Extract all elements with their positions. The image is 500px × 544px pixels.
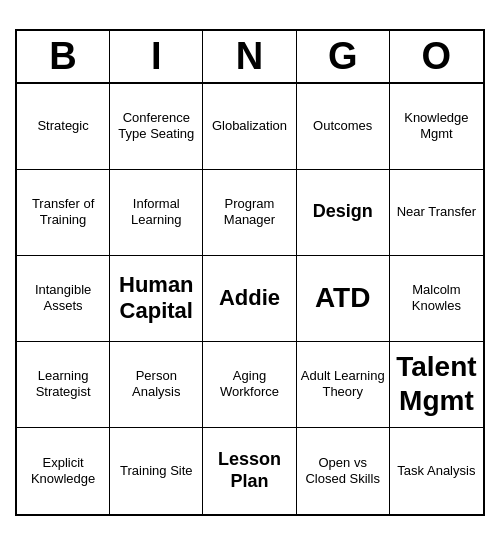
cell-text: Informal Learning bbox=[114, 196, 198, 227]
bingo-header: BINGO bbox=[17, 31, 483, 84]
bingo-cell: Conference Type Seating bbox=[110, 84, 203, 170]
cell-text: Design bbox=[313, 201, 373, 223]
cell-text: Adult Learning Theory bbox=[301, 368, 385, 399]
bingo-cell: Near Transfer bbox=[390, 170, 483, 256]
cell-text: Knowledge Mgmt bbox=[394, 110, 479, 141]
cell-text: Human Capital bbox=[114, 272, 198, 325]
bingo-cell: Open vs Closed Skills bbox=[297, 428, 390, 514]
cell-text: Intangible Assets bbox=[21, 282, 105, 313]
bingo-cell: Knowledge Mgmt bbox=[390, 84, 483, 170]
bingo-cell: Adult Learning Theory bbox=[297, 342, 390, 428]
bingo-cell: Lesson Plan bbox=[203, 428, 296, 514]
cell-text: Program Manager bbox=[207, 196, 291, 227]
cell-text: Globalization bbox=[212, 118, 287, 134]
bingo-cell: Person Analysis bbox=[110, 342, 203, 428]
cell-text: Training Site bbox=[120, 463, 193, 479]
bingo-cell: Malcolm Knowles bbox=[390, 256, 483, 342]
bingo-cell: Informal Learning bbox=[110, 170, 203, 256]
cell-text: Transfer of Training bbox=[21, 196, 105, 227]
bingo-cell: ATD bbox=[297, 256, 390, 342]
cell-text: Conference Type Seating bbox=[114, 110, 198, 141]
bingo-cell: Talent Mgmt bbox=[390, 342, 483, 428]
cell-text: Task Analysis bbox=[397, 463, 475, 479]
bingo-cell: Explicit Knowledge bbox=[17, 428, 110, 514]
cell-text: Aging Workforce bbox=[207, 368, 291, 399]
bingo-cell: Human Capital bbox=[110, 256, 203, 342]
cell-text: Learning Strategist bbox=[21, 368, 105, 399]
cell-text: Near Transfer bbox=[397, 204, 476, 220]
cell-text: ATD bbox=[315, 281, 370, 315]
bingo-cell: Globalization bbox=[203, 84, 296, 170]
cell-text: Strategic bbox=[37, 118, 88, 134]
cell-text: Open vs Closed Skills bbox=[301, 455, 385, 486]
cell-text: Explicit Knowledge bbox=[21, 455, 105, 486]
header-letter: O bbox=[390, 31, 483, 82]
bingo-card: BINGO StrategicConference Type SeatingGl… bbox=[15, 29, 485, 516]
cell-text: Malcolm Knowles bbox=[394, 282, 479, 313]
cell-text: Person Analysis bbox=[114, 368, 198, 399]
bingo-cell: Training Site bbox=[110, 428, 203, 514]
bingo-cell: Intangible Assets bbox=[17, 256, 110, 342]
bingo-cell: Aging Workforce bbox=[203, 342, 296, 428]
cell-text: Lesson Plan bbox=[207, 449, 291, 492]
bingo-cell: Program Manager bbox=[203, 170, 296, 256]
cell-text: Outcomes bbox=[313, 118, 372, 134]
cell-text: Talent Mgmt bbox=[394, 350, 479, 417]
header-letter: N bbox=[203, 31, 296, 82]
bingo-cell: Outcomes bbox=[297, 84, 390, 170]
header-letter: B bbox=[17, 31, 110, 82]
bingo-cell: Design bbox=[297, 170, 390, 256]
bingo-cell: Addie bbox=[203, 256, 296, 342]
bingo-cell: Learning Strategist bbox=[17, 342, 110, 428]
bingo-cell: Transfer of Training bbox=[17, 170, 110, 256]
bingo-cell: Task Analysis bbox=[390, 428, 483, 514]
cell-text: Addie bbox=[219, 285, 280, 311]
header-letter: I bbox=[110, 31, 203, 82]
header-letter: G bbox=[297, 31, 390, 82]
bingo-cell: Strategic bbox=[17, 84, 110, 170]
bingo-grid: StrategicConference Type SeatingGlobaliz… bbox=[17, 84, 483, 514]
